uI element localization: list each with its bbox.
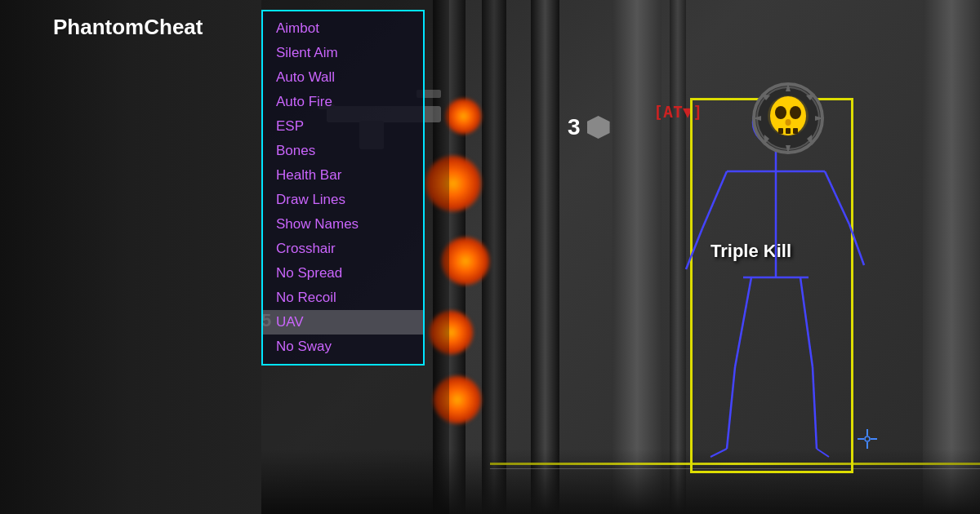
crosshair (858, 429, 877, 449)
menu-item-auto-fire[interactable]: Auto Fire (263, 90, 423, 114)
svg-line-17 (710, 449, 727, 457)
svg-point-28 (768, 95, 808, 136)
svg-line-10 (825, 171, 849, 224)
svg-line-8 (702, 171, 727, 228)
menu-item-no-spread[interactable]: No Spread (263, 261, 423, 286)
left-bg (0, 0, 261, 514)
svg-line-9 (686, 228, 702, 269)
svg-line-11 (849, 224, 864, 265)
svg-point-41 (865, 436, 870, 441)
shield-icon (587, 116, 610, 139)
menu-item-show-names[interactable]: Show Names (263, 212, 423, 237)
skull-icon (751, 82, 825, 155)
menu-item-esp[interactable]: ESP (263, 114, 423, 139)
svg-line-15 (800, 277, 813, 367)
menu-item-silent-aim[interactable]: Silent Aim (263, 41, 423, 65)
ammo-number: 3 (568, 114, 581, 140)
menu-item-no-recoil[interactable]: No Recoil (263, 286, 423, 310)
menu-item-draw-lines[interactable]: Draw Lines (263, 188, 423, 212)
svg-line-14 (727, 367, 735, 449)
menu-item-aimbot[interactable]: Aimbot (263, 16, 423, 41)
menu-item-no-sway[interactable]: No Sway (263, 335, 423, 359)
menu-item-crosshair[interactable]: Crosshair (263, 237, 423, 261)
ammo-counter: 3 (568, 114, 610, 140)
svg-line-18 (817, 449, 829, 457)
svg-line-13 (735, 277, 751, 367)
cheat-menu: AimbotSilent AimAuto WallAuto FireESPBon… (261, 10, 425, 366)
app-title: PhantomCheat (53, 15, 203, 40)
svg-line-16 (813, 367, 817, 449)
menu-item-uav[interactable]: UAV (263, 310, 423, 335)
menu-item-health-bar[interactable]: Health Bar (263, 163, 423, 188)
menu-item-bones[interactable]: Bones (263, 139, 423, 163)
menu-item-auto-wall[interactable]: Auto Wall (263, 65, 423, 90)
